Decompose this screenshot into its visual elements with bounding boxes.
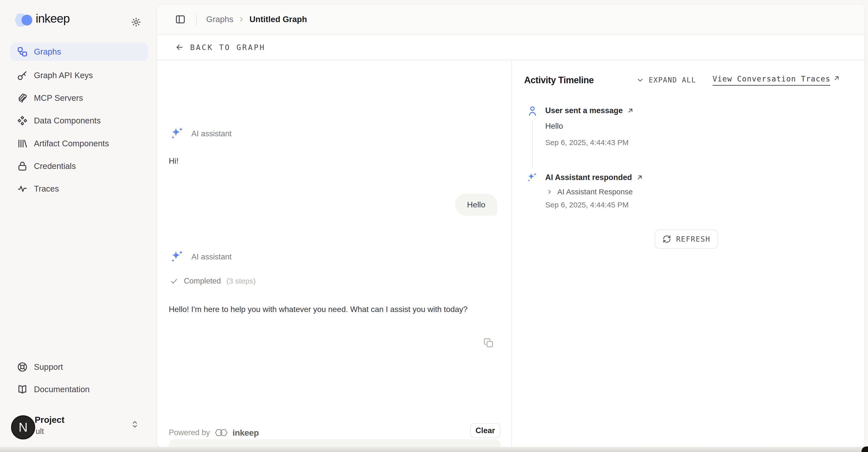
sidebar-item-label: Support bbox=[34, 362, 63, 372]
sun-icon bbox=[131, 17, 141, 27]
entry-title-text: AI Assistant responded bbox=[545, 173, 632, 182]
entry-title-text: User sent a message bbox=[545, 106, 623, 115]
project-subtitle: ult bbox=[36, 427, 44, 436]
arrow-up-right-icon bbox=[833, 75, 840, 82]
sidebar-item-label: Data Components bbox=[34, 116, 101, 125]
view-conversation-traces-link[interactable]: View Conversation Traces bbox=[713, 75, 840, 86]
sidebar-item-label: Graph API Keys bbox=[34, 70, 93, 80]
sidebar-item-support[interactable]: Support bbox=[10, 358, 148, 376]
theme-toggle-button[interactable] bbox=[129, 15, 144, 30]
timeline-entry-title[interactable]: AI Assistant responded bbox=[545, 173, 644, 182]
expander-label: AI Assistant Response bbox=[557, 188, 633, 196]
library-icon bbox=[17, 138, 28, 149]
sidebar-item-label: MCP Servers bbox=[34, 93, 83, 103]
back-to-graph-button[interactable]: BACK TO GRAPH bbox=[157, 35, 865, 60]
timeline-title: Activity Timeline bbox=[524, 75, 594, 85]
book-open-icon bbox=[17, 384, 28, 395]
sidebar-item-label: Credentials bbox=[34, 161, 76, 171]
chevron-right-icon bbox=[546, 189, 553, 195]
panel-left-toggle-icon[interactable] bbox=[175, 14, 186, 25]
key-icon bbox=[17, 70, 28, 81]
avatar: N bbox=[11, 415, 35, 440]
window-bottom-edge bbox=[0, 447, 868, 452]
sidebar-item-label: Traces bbox=[34, 184, 59, 194]
run-status[interactable]: Completed (3 steps) bbox=[170, 277, 256, 285]
project-selector[interactable]: Project ult N bbox=[5, 411, 151, 444]
breadcrumb-bar: Graphs Untitled Graph bbox=[157, 4, 865, 35]
assistant-message: Hi! bbox=[169, 157, 179, 166]
expand-all-button[interactable]: EXPAND ALL bbox=[636, 76, 696, 84]
breadcrumb: Graphs Untitled Graph bbox=[206, 15, 307, 24]
status-label: Completed bbox=[184, 277, 221, 285]
chevron-right-icon bbox=[238, 16, 245, 23]
app-window: inkeep Graphs bbox=[0, 0, 868, 452]
main-panel: Graphs Untitled Graph BACK TO GRAPH bbox=[157, 4, 865, 447]
assistant-response: Hello! I'm here to help you with whateve… bbox=[169, 303, 495, 316]
sidebar-item-mcp-servers[interactable]: MCP Servers bbox=[10, 89, 148, 107]
sidebar-item-credentials[interactable]: Credentials bbox=[10, 157, 148, 175]
chevron-down-icon bbox=[636, 76, 644, 84]
activity-icon bbox=[17, 183, 28, 194]
clear-button-label: Clear bbox=[475, 426, 495, 435]
breadcrumb-current: Untitled Graph bbox=[249, 15, 307, 24]
sidebar-item-traces[interactable]: Traces bbox=[10, 179, 148, 198]
status-steps: (3 steps) bbox=[226, 277, 256, 285]
clear-button[interactable]: Clear bbox=[470, 423, 500, 438]
response-expander[interactable]: AI Assistant Response bbox=[546, 188, 633, 196]
lifebuoy-icon bbox=[17, 362, 28, 372]
sidebar-item-graphs[interactable]: Graphs bbox=[10, 43, 148, 61]
timeline-connector bbox=[532, 120, 533, 168]
sparkles-icon bbox=[526, 171, 538, 183]
refresh-button[interactable]: REFRESH bbox=[655, 229, 718, 249]
view-traces-label: View Conversation Traces bbox=[713, 75, 830, 86]
avatar-letter: N bbox=[19, 420, 28, 435]
activity-timeline-panel: Activity Timeline EXPAND ALL View Conver… bbox=[512, 60, 865, 447]
powered-brand: inkeep bbox=[232, 428, 259, 438]
sidebar-item-graph-api-keys[interactable]: Graph API Keys bbox=[10, 66, 148, 85]
assistant-label: AI assistant bbox=[191, 252, 231, 261]
sidebar-item-documentation[interactable]: Documentation bbox=[10, 380, 148, 399]
arrow-up-right-icon bbox=[636, 174, 644, 181]
timeline-entry-time: Sep 6, 2025, 4:44:43 PM bbox=[545, 138, 629, 147]
sidebar-item-label: Documentation bbox=[34, 385, 90, 394]
sparkles-icon bbox=[169, 249, 184, 264]
inkeep-hex-logo-icon bbox=[214, 427, 228, 438]
chat-panel: AI assistant Hi! Hello AI assistant bbox=[157, 60, 512, 447]
copy-icon[interactable] bbox=[484, 338, 494, 348]
powered-by[interactable]: Powered by inkeep bbox=[169, 427, 259, 438]
refresh-label: REFRESH bbox=[676, 235, 710, 243]
expand-all-label: EXPAND ALL bbox=[649, 76, 696, 84]
refresh-icon bbox=[662, 235, 671, 243]
assistant-label: AI assistant bbox=[191, 129, 231, 138]
check-icon bbox=[170, 277, 178, 285]
timeline-entry-body: Hello bbox=[545, 122, 563, 131]
sparkles-icon bbox=[169, 126, 184, 141]
component-icon bbox=[17, 115, 28, 126]
chevrons-up-down-icon bbox=[129, 419, 141, 430]
logo-wordmark: inkeep bbox=[36, 11, 69, 25]
user-icon bbox=[527, 105, 538, 117]
arrow-left-icon bbox=[175, 43, 184, 52]
workflow-icon bbox=[17, 46, 28, 57]
inkeep-logo-icon bbox=[14, 13, 34, 27]
sidebar-item-label: Artifact Components bbox=[34, 139, 109, 148]
sidebar-item-label: Graphs bbox=[34, 47, 61, 57]
user-message-text: Hello bbox=[467, 200, 486, 209]
user-message-bubble: Hello bbox=[455, 194, 497, 216]
breadcrumb-parent[interactable]: Graphs bbox=[206, 15, 233, 24]
timeline-entry-time: Sep 6, 2025, 4:44:45 PM bbox=[545, 201, 629, 209]
sidebar-item-data-components[interactable]: Data Components bbox=[10, 111, 148, 130]
timeline-entry-title[interactable]: User sent a message bbox=[545, 106, 634, 115]
lock-icon bbox=[17, 161, 28, 172]
powered-by-label: Powered by bbox=[169, 428, 210, 437]
project-title: Project bbox=[35, 415, 65, 425]
arrow-up-right-icon bbox=[627, 107, 634, 114]
header-divider bbox=[196, 13, 197, 25]
sidebar: inkeep Graphs bbox=[0, 0, 157, 452]
mcp-icon bbox=[17, 92, 28, 104]
sidebar-item-artifact-components[interactable]: Artifact Components bbox=[10, 134, 148, 153]
back-to-graph-label: BACK TO GRAPH bbox=[190, 43, 266, 52]
